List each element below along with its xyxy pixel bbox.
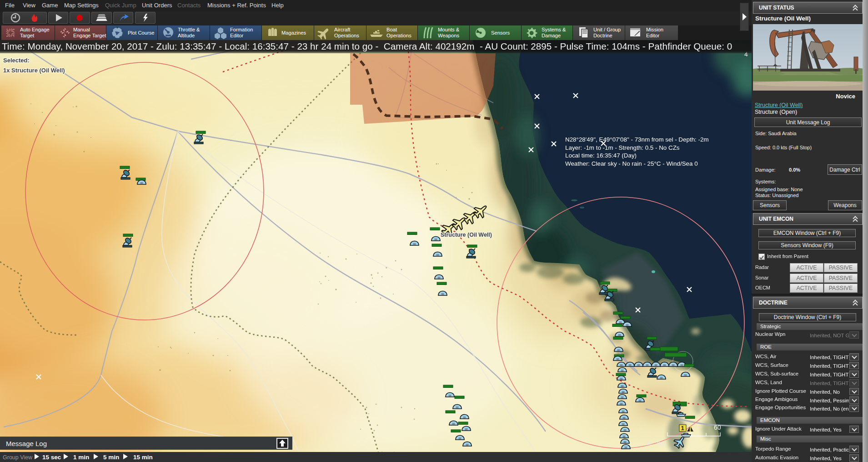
svg-text:N28°28'49", E49°07'08" - 73nm: N28°28'49", E49°07'08" - 73nm from sel -… <box>565 136 709 143</box>
svg-text:60: 60 <box>714 424 721 431</box>
svg-text:Local time: 16:35:47 (Day): Local time: 16:35:47 (Day) <box>565 152 637 159</box>
svg-text:Structure (Oil Well): Structure (Oil Well) <box>441 232 492 238</box>
svg-text:1: 1 <box>681 425 684 432</box>
svg-text:Layer: -1m to -1m - Strength:: Layer: -1m to -1m - Strength: 0.5 - No C… <box>565 144 680 151</box>
svg-text:Weather: Clear sky - No rain -: Weather: Clear sky - No rain - 25°C - Wi… <box>565 160 698 167</box>
svg-text:de iles: de iles <box>646 440 666 447</box>
